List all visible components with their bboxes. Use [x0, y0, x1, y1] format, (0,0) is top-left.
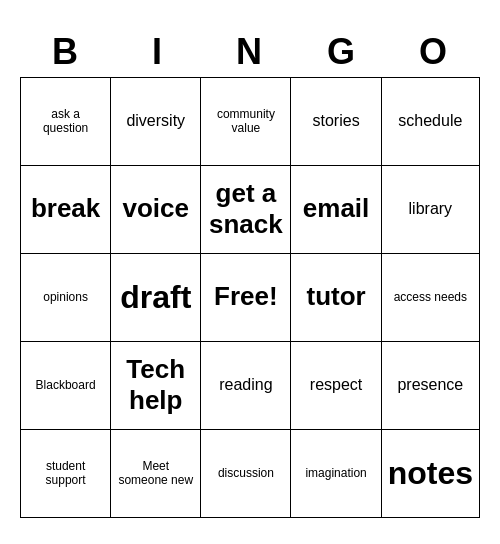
bingo-cell-text-3-3: respect — [310, 375, 362, 394]
bingo-cell-text-2-0: opinions — [43, 290, 88, 304]
bingo-cell-text-2-2: Free! — [214, 281, 278, 312]
bingo-cell-text-2-3: tutor — [306, 281, 365, 312]
bingo-cell-text-3-2: reading — [219, 375, 272, 394]
bingo-cell-4-3: imagination — [291, 430, 381, 518]
bingo-cell-1-2: get a snack — [201, 166, 291, 254]
bingo-cell-text-0-0: ask a question — [27, 107, 104, 136]
bingo-cell-0-4: schedule — [382, 78, 480, 166]
bingo-cell-text-1-1: voice — [122, 193, 189, 224]
header-letter-G: G — [296, 27, 388, 77]
bingo-card: BINGO ask a questiondiversitycommunity v… — [20, 27, 480, 518]
bingo-cell-4-0: student support — [21, 430, 111, 518]
bingo-cell-3-1: Tech help — [111, 342, 201, 430]
bingo-cell-2-2: Free! — [201, 254, 291, 342]
header-letter-B: B — [20, 27, 112, 77]
bingo-cell-4-2: discussion — [201, 430, 291, 518]
bingo-cell-0-0: ask a question — [21, 78, 111, 166]
bingo-cell-1-0: break — [21, 166, 111, 254]
bingo-cell-text-1-0: break — [31, 193, 100, 224]
bingo-cell-text-3-4: presence — [397, 375, 463, 394]
bingo-cell-1-4: library — [382, 166, 480, 254]
bingo-cell-2-0: opinions — [21, 254, 111, 342]
bingo-cell-2-1: draft — [111, 254, 201, 342]
bingo-cell-text-0-4: schedule — [398, 111, 462, 130]
header-letter-N: N — [204, 27, 296, 77]
bingo-cell-4-1: Meet someone new — [111, 430, 201, 518]
bingo-cell-text-4-4: notes — [388, 454, 473, 492]
bingo-cell-0-1: diversity — [111, 78, 201, 166]
bingo-cell-3-3: respect — [291, 342, 381, 430]
bingo-cell-text-2-4: access needs — [394, 290, 467, 304]
bingo-cell-3-2: reading — [201, 342, 291, 430]
bingo-cell-text-1-4: library — [409, 199, 453, 218]
bingo-cell-text-4-3: imagination — [305, 466, 366, 480]
bingo-cell-4-4: notes — [382, 430, 480, 518]
bingo-cell-text-1-3: email — [303, 193, 370, 224]
bingo-cell-text-4-2: discussion — [218, 466, 274, 480]
bingo-cell-text-4-0: student support — [27, 459, 104, 488]
header-letter-I: I — [112, 27, 204, 77]
bingo-cell-text-1-2: get a snack — [207, 178, 284, 240]
bingo-cell-3-4: presence — [382, 342, 480, 430]
header-letter-O: O — [388, 27, 480, 77]
bingo-cell-text-0-1: diversity — [126, 111, 185, 130]
bingo-cell-3-0: Blackboard — [21, 342, 111, 430]
bingo-cell-text-2-1: draft — [120, 278, 191, 316]
bingo-cell-text-0-2: community value — [207, 107, 284, 136]
bingo-header: BINGO — [20, 27, 480, 77]
bingo-cell-1-3: email — [291, 166, 381, 254]
bingo-cell-text-3-0: Blackboard — [36, 378, 96, 392]
bingo-cell-2-3: tutor — [291, 254, 381, 342]
bingo-cell-2-4: access needs — [382, 254, 480, 342]
bingo-cell-0-3: stories — [291, 78, 381, 166]
bingo-cell-text-4-1: Meet someone new — [117, 459, 194, 488]
bingo-cell-text-0-3: stories — [313, 111, 360, 130]
bingo-grid: ask a questiondiversitycommunity valuest… — [20, 77, 480, 518]
bingo-cell-1-1: voice — [111, 166, 201, 254]
bingo-cell-0-2: community value — [201, 78, 291, 166]
bingo-cell-text-3-1: Tech help — [117, 354, 194, 416]
